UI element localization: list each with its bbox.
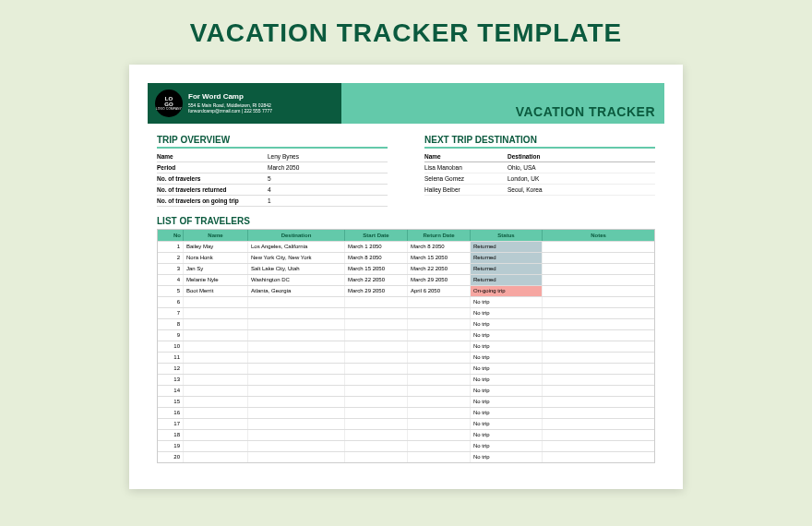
cell-name — [184, 441, 248, 451]
cell-return-date — [408, 430, 471, 440]
cell-name: Bailey May — [184, 242, 248, 252]
table-row: 20No trip — [158, 451, 654, 462]
cell-notes — [543, 275, 654, 285]
cell-status: No trip — [471, 364, 543, 374]
cell-destination: Salt Lake City, Utah — [248, 264, 345, 274]
cell-status: No trip — [471, 375, 543, 385]
cell-no: 4 — [158, 275, 184, 285]
overview-key: No. of travelers on going trip — [157, 197, 268, 204]
cell-no: 5 — [158, 286, 184, 296]
cell-notes — [543, 419, 654, 429]
cell-name — [184, 375, 248, 385]
cell-name — [184, 297, 248, 307]
overview-row: NameLeny Bynes — [157, 151, 388, 162]
trip-overview-title: TRIP OVERVIEW — [157, 135, 388, 149]
cell-notes — [543, 408, 654, 418]
cell-name: Jan Sy — [184, 264, 248, 274]
cell-status: No trip — [471, 452, 543, 462]
cell-notes — [543, 297, 654, 307]
overview-key: No. of travelers returned — [157, 186, 268, 193]
next-trip-row: Lisa ManobanOhio, USA — [424, 162, 655, 173]
table-row: 4Melanie NyleWashington DCMarch 22 2050M… — [158, 274, 654, 285]
cell-notes — [543, 353, 654, 363]
cell-notes — [543, 242, 654, 252]
next-trip-title: NEXT TRIP DESTINATION — [424, 135, 655, 149]
cell-notes — [543, 319, 654, 329]
cell-name — [184, 330, 248, 341]
cell-status: No trip — [471, 353, 543, 363]
cell-return-date — [408, 441, 471, 451]
cell-no: 12 — [158, 364, 184, 374]
table-row: 6No trip — [158, 296, 654, 307]
next-trip-name: Lisa Manoban — [424, 164, 508, 171]
cell-notes — [543, 375, 654, 385]
cell-destination — [248, 308, 345, 318]
travelers-table: No Name Destination Start Date Return Da… — [157, 229, 655, 463]
cell-start-date — [345, 319, 408, 329]
cell-no: 16 — [158, 408, 184, 418]
cell-return-date — [408, 330, 471, 341]
cell-no: 7 — [158, 308, 184, 318]
cell-notes — [543, 452, 654, 462]
cell-return-date — [408, 397, 471, 407]
table-row: 19No trip — [158, 440, 654, 451]
cell-notes — [543, 441, 654, 451]
cell-return-date — [408, 386, 471, 396]
next-trip-dest: Seoul, Korea — [508, 186, 543, 193]
table-row: 11No trip — [158, 352, 654, 363]
cell-no: 6 — [158, 297, 184, 307]
cell-status: No trip — [471, 419, 543, 429]
cell-return-date — [408, 341, 471, 352]
cell-destination — [248, 364, 345, 374]
table-row: 2Nora HonkNew York City, New YorkMarch 8… — [158, 252, 654, 263]
cell-no: 14 — [158, 386, 184, 396]
cell-return-date — [408, 452, 471, 462]
table-row: 13No trip — [158, 374, 654, 385]
cell-return-date: March 22 2050 — [408, 264, 471, 274]
cell-start-date — [345, 397, 408, 407]
header-right: VACATION TRACKER — [341, 83, 664, 124]
overview-row: PeriodMarch 2050 — [157, 162, 388, 173]
cell-no: 17 — [158, 419, 184, 429]
overview-value: March 2050 — [268, 164, 388, 171]
cell-status: Returned — [471, 275, 543, 285]
cell-status: Returned — [471, 264, 543, 274]
cell-destination — [248, 419, 345, 429]
cell-name — [184, 308, 248, 318]
cell-start-date — [345, 408, 408, 418]
table-row: 8No trip — [158, 318, 654, 329]
cell-return-date — [408, 375, 471, 385]
cell-return-date — [408, 297, 471, 307]
cell-notes — [543, 397, 654, 407]
cell-return-date — [408, 319, 471, 329]
cell-return-date — [408, 408, 471, 418]
next-trip-dest: Ohio, USA — [508, 164, 536, 171]
cell-no: 1 — [158, 242, 184, 252]
overview-row: No. of travelers returned4 — [157, 185, 388, 196]
cell-no: 18 — [158, 430, 184, 440]
cell-notes — [543, 386, 654, 396]
table-row: 16No trip — [158, 407, 654, 418]
cell-start-date: March 22 2050 — [345, 275, 408, 285]
col-no: No — [158, 230, 184, 241]
col-notes: Notes — [543, 230, 654, 241]
cell-destination — [248, 441, 345, 451]
table-row: 15No trip — [158, 396, 654, 407]
cell-destination — [248, 319, 345, 329]
cell-destination: New York City, New York — [248, 253, 345, 263]
next-trip-section: NEXT TRIP DESTINATION Name Destination L… — [424, 135, 655, 207]
overview-row: No. of travelers on going trip1 — [157, 196, 388, 207]
table-header: No Name Destination Start Date Return Da… — [158, 230, 654, 241]
cell-start-date — [345, 386, 408, 396]
cell-start-date: March 8 2050 — [345, 253, 408, 263]
cell-name: Boot Merrit — [184, 286, 248, 296]
cell-start-date — [345, 353, 408, 363]
cell-start-date: March 29 2050 — [345, 286, 408, 296]
cell-name: Melanie Nyle — [184, 275, 248, 285]
cell-destination — [248, 408, 345, 418]
cell-destination: Atlanta, Georgia — [248, 286, 345, 296]
cell-destination — [248, 386, 345, 396]
cell-notes — [543, 264, 654, 274]
table-row: 9No trip — [158, 329, 654, 341]
overview-value: Leny Bynes — [268, 153, 388, 160]
